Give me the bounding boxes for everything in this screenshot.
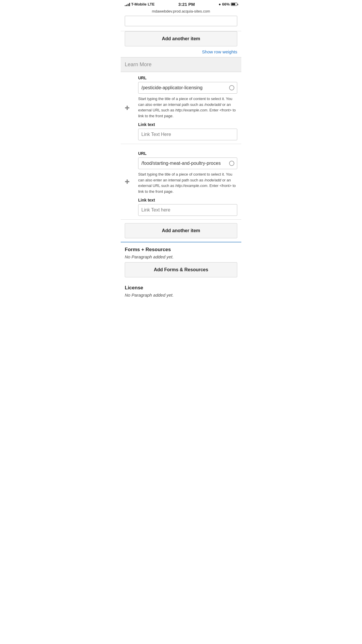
status-right: ● 66% — [219, 2, 237, 6]
row-item-2: ✚ URL Start typing the title of a piece … — [121, 144, 241, 220]
learn-more-section-header: Learn More — [121, 57, 241, 72]
top-empty-input[interactable] — [125, 16, 237, 26]
url-input-1[interactable] — [138, 82, 237, 94]
url-input-wrapper-2 — [138, 158, 237, 169]
forms-no-paragraph: No Paragraph added yet. — [125, 254, 237, 259]
add-another-item-bottom-button[interactable]: Add another item — [125, 223, 237, 238]
status-left: T-Mobile LTE — [125, 2, 154, 6]
status-bar: T-Mobile LTE 3:21 PM ● 66% — [121, 0, 241, 8]
url-input-wrapper-1 — [138, 82, 237, 94]
url-input-icon-2 — [229, 161, 234, 166]
url-label-1: URL — [138, 76, 237, 80]
url-input-icon-1 — [229, 85, 234, 90]
link-text-input-2[interactable] — [138, 204, 237, 216]
url-label-2: URL — [138, 151, 237, 156]
drag-handle-1[interactable]: ✚ — [125, 105, 130, 111]
carrier-label: T-Mobile — [131, 2, 147, 6]
license-section: License No Paragraph added yet. — [121, 283, 241, 299]
url-bar: mdawebdev.prod.acquia-sites.com — [121, 8, 241, 16]
add-forms-resources-button[interactable]: Add Forms & Resources — [125, 262, 237, 277]
time-label: 3:21 PM — [178, 2, 195, 7]
battery-icon — [231, 3, 237, 6]
show-row-weights-link[interactable]: Show row weights — [121, 46, 241, 57]
link-text-section-1: Link text — [121, 122, 241, 140]
row-item-1: ✚ URL Start typing the title of a piece … — [121, 72, 241, 144]
link-text-label-1: Link text — [138, 122, 237, 127]
url-input-2[interactable] — [138, 158, 237, 169]
help-text-1: Start typing the title of a piece of con… — [138, 96, 237, 119]
signal-icon — [125, 3, 130, 6]
url-section-2: URL Start typing the title of a piece of… — [121, 148, 241, 194]
license-title: License — [125, 285, 237, 291]
main-content: Add another item Show row weights Learn … — [121, 16, 241, 299]
link-text-input-1[interactable] — [138, 129, 237, 140]
forms-resources-title: Forms + Resources — [125, 247, 237, 253]
add-item-bottom-wrapper: Add another item — [121, 223, 241, 242]
help-text-2: Start typing the title of a piece of con… — [138, 172, 237, 194]
link-text-section-2: Link text — [121, 198, 241, 216]
network-label: LTE — [148, 2, 155, 6]
top-input-area — [121, 16, 241, 31]
url-text: mdawebdev.prod.acquia-sites.com — [152, 9, 210, 13]
link-text-label-2: Link text — [138, 198, 237, 202]
battery-percentage: 66% — [222, 2, 230, 6]
license-no-paragraph: No Paragraph added yet. — [125, 293, 237, 298]
drag-handle-2[interactable]: ✚ — [125, 179, 130, 185]
url-section-1: URL Start typing the title of a piece of… — [121, 72, 241, 119]
forms-resources-section: Forms + Resources No Paragraph added yet… — [121, 242, 241, 283]
add-another-item-top-button[interactable]: Add another item — [125, 31, 237, 46]
lock-icon: ● — [219, 2, 221, 6]
